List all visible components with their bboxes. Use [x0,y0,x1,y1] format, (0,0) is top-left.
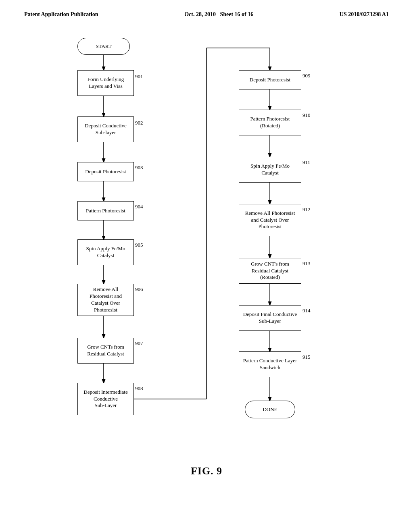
box-907: Grow CNTs fromResidual Catalyst [77,338,134,364]
main-content: START Form UnderlyingLayers and Vias 901… [0,22,413,457]
box-901: Form UnderlyingLayers and Vias [77,70,134,96]
box-909: Deposit Photoresist [239,70,301,89]
box-915: Pattern Conductive LayerSandwich [239,351,301,377]
box-906: Remove AllPhotoresist andCatalyst OverPh… [77,284,134,316]
step-915: 915 [302,354,311,360]
step-910: 910 [302,112,311,118]
box-910: Pattern Photoresist(Rotated) [239,110,301,135]
step-912: 912 [302,206,311,213]
header-left: Patent Application Publication [24,11,98,18]
box-913: Grow CNT's fromResidual Catalyst(Rotated… [239,258,301,284]
step-905: 905 [135,242,143,248]
page-header: Patent Application Publication Oct. 28, … [0,0,413,22]
step-911: 911 [302,159,310,166]
step-907: 907 [135,340,143,347]
diagram-container: START Form UnderlyingLayers and Vias 901… [53,34,360,457]
box-905: Spin Apply Fe/MoCatalyst [77,239,134,265]
step-909: 909 [302,73,311,79]
step-901: 901 [135,73,143,80]
box-902: Deposit ConductiveSub-layer [77,116,134,142]
start-box: START [77,38,130,55]
step-903: 903 [135,164,143,171]
box-908: Deposit IntermediateConductiveSub-Layer [77,383,134,415]
step-902: 902 [135,120,143,126]
box-911: Spin Apply Fe/MoCatalyst [239,157,301,183]
step-906: 906 [135,286,143,293]
done-box: DONE [245,401,295,418]
step-913: 913 [302,260,311,267]
step-904: 904 [135,204,143,210]
box-912: Remove All Photoresistand Catalyst OverP… [239,204,301,236]
box-914: Deposit Final ConductiveSub-Layer [239,305,301,331]
step-908: 908 [135,385,143,392]
fig-label: FIG. 9 [0,457,413,477]
box-904: Pattern Photoresist [77,201,134,220]
box-903: Deposit Photoresist [77,162,134,181]
header-center-date: Oct. 28, 2010 Sheet 16 of 16 [184,11,253,18]
header-right: US 2010/0273298 A1 [340,11,389,18]
step-914: 914 [302,308,311,314]
